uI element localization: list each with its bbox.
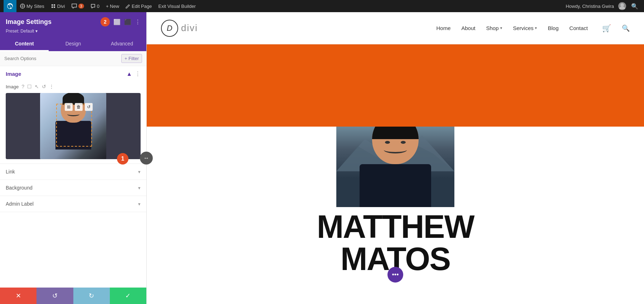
wp-logo-button[interactable] [4, 0, 16, 12]
edit-page-button[interactable]: Edit Page [123, 0, 155, 12]
new-button[interactable]: + New [103, 0, 122, 12]
tab-design[interactable]: Design [49, 37, 97, 51]
site-nav-links: Home About Shop ▾ Services ▾ Blog Contac… [436, 24, 630, 33]
background-section-label: Background [6, 185, 33, 191]
exit-builder-button[interactable]: Exit Visual Builder [155, 0, 199, 12]
site-preview: D divi Home About Shop ▾ Services ▾ Blog… [147, 12, 644, 304]
preset-label: Preset: Default [6, 29, 34, 34]
name-display: MATTHEW MATOS [317, 211, 474, 275]
admin-bar-left: My Sites Divi 3 0 + New Edit Page Exit V… [4, 0, 566, 12]
right-eye [401, 141, 406, 144]
my-sites-button[interactable]: My Sites [17, 0, 47, 12]
svg-rect-3 [52, 4, 53, 6]
panel-content: Image ▲ ⋮ Image ? ☐ ↖ ↺ ⋮ [0, 66, 146, 288]
search-icon[interactable]: 🔍 [622, 24, 630, 32]
svg-point-7 [620, 3, 624, 7]
more-options-icon[interactable]: ⋮ [135, 19, 141, 25]
admin-label-section[interactable]: Admin Label ▾ [0, 196, 146, 212]
link-chevron-icon: ▾ [138, 169, 141, 175]
site-logo: D divi [161, 20, 198, 37]
floating-more-button[interactable]: ••• [387, 267, 403, 283]
panel-resize-handle[interactable]: ↔ [140, 152, 153, 165]
nav-home[interactable]: Home [436, 25, 450, 31]
profile-image [336, 127, 454, 207]
image-preview: ⊞ 🗑 ↺ [40, 93, 106, 159]
wp-admin-bar: My Sites Divi 3 0 + New Edit Page Exit V… [0, 0, 644, 12]
image-selection-controls: ⊞ 🗑 ↺ [65, 103, 93, 111]
user-avatar[interactable] [618, 2, 626, 10]
preset-dropdown[interactable]: ▾ [35, 29, 38, 34]
content-area: MATTHEW MATOS ••• [147, 127, 644, 304]
panel-header: Image Settings 2 ⬜ ⬛ ⋮ Preset: Default ▾ [0, 12, 146, 37]
section-more-icon[interactable]: ⋮ [135, 70, 141, 77]
tab-advanced[interactable]: Advanced [98, 37, 146, 51]
hero-section [147, 44, 644, 127]
panel-search-bar: + Filter [0, 51, 146, 66]
svg-rect-6 [54, 6, 55, 8]
main-area: Image Settings 2 ⬜ ⬛ ⋮ Preset: Default ▾… [0, 12, 644, 304]
logo-text: divi [181, 23, 198, 34]
cursor-icon[interactable]: ↖ [35, 84, 39, 89]
filter-button[interactable]: + Filter [121, 54, 142, 63]
profile-body [360, 164, 431, 207]
svg-rect-4 [54, 4, 55, 6]
nav-blog[interactable]: Blog [548, 25, 558, 31]
profile-eyes [385, 141, 406, 144]
link-section[interactable]: Link ▾ [0, 164, 146, 180]
link-section-label: Link [6, 169, 15, 175]
nav-shop[interactable]: Shop ▾ [486, 25, 502, 31]
comments-button[interactable]: 3 [69, 0, 87, 12]
profile-head [372, 127, 419, 164]
left-eye [385, 141, 390, 144]
nav-services[interactable]: Services ▾ [513, 25, 537, 31]
search-input[interactable] [4, 56, 121, 61]
svg-rect-5 [52, 6, 53, 8]
shop-chevron: ▾ [500, 26, 502, 30]
image-section: Image ▲ ⋮ Image ? ☐ ↖ ↺ ⋮ [0, 66, 146, 164]
collapse-icon[interactable]: ▲ [126, 71, 132, 77]
step-badge-1: 1 [117, 153, 128, 165]
reset-image-icon[interactable]: ↺ [85, 103, 93, 111]
background-chevron-icon: ▾ [138, 185, 141, 191]
site-navbar: D divi Home About Shop ▾ Services ▾ Blog… [147, 12, 644, 44]
reset-icon[interactable]: ↺ [42, 84, 46, 89]
profile-hair [372, 127, 419, 139]
panel-bottom-buttons: ✕ ↺ ↻ ✓ [0, 288, 146, 304]
divi-button[interactable]: Divi [48, 0, 68, 12]
maximize-icon[interactable]: ⬜ [113, 19, 121, 25]
admin-search-icon[interactable]: 🔍 [629, 3, 640, 10]
logo-circle: D [161, 20, 178, 37]
panel-title: Image Settings [6, 18, 52, 26]
cancel-button[interactable]: ✕ [0, 288, 36, 304]
comments-count[interactable]: 0 [88, 0, 102, 12]
image-upload-area[interactable]: ⊞ 🗑 ↺ [6, 93, 141, 159]
profile-person [360, 127, 431, 207]
nav-about[interactable]: About [461, 25, 475, 31]
save-button[interactable]: ✓ [110, 288, 146, 304]
cart-icon[interactable]: 🛒 [602, 24, 611, 33]
help-icon[interactable]: ? [21, 84, 24, 89]
image-field-label: Image [6, 84, 19, 89]
nav-contact[interactable]: Contact [569, 25, 588, 31]
columns-icon[interactable]: ⬛ [124, 19, 131, 25]
mobile-preview-icon[interactable]: ☐ [27, 84, 32, 89]
image-field-row: Image ? ☐ ↖ ↺ ⋮ [0, 82, 146, 92]
settings-panel: Image Settings 2 ⬜ ⬛ ⋮ Preset: Default ▾… [0, 12, 147, 304]
redo-button[interactable]: ↻ [73, 288, 110, 304]
tab-content[interactable]: Content [0, 37, 49, 51]
crop-icon[interactable]: ⊞ [65, 103, 73, 111]
background-section[interactable]: Background ▾ [0, 180, 146, 196]
profile-smile [384, 146, 407, 153]
image-section-header[interactable]: Image ▲ ⋮ [0, 66, 146, 82]
undo-button[interactable]: ↺ [36, 288, 73, 304]
admin-label-section-label: Admin Label [6, 201, 34, 207]
more-field-icon[interactable]: ⋮ [49, 84, 54, 89]
profile-image-container [336, 127, 454, 207]
image-section-title: Image [6, 71, 21, 77]
step-badge-2: 2 [101, 17, 110, 26]
delete-image-icon[interactable]: 🗑 [75, 103, 83, 111]
admin-bar-right: Howdy, Christina Gwira 🔍 [566, 2, 640, 10]
admin-label-chevron-icon: ▾ [138, 201, 141, 207]
panel-tabs: Content Design Advanced [0, 37, 146, 51]
name-line-1: MATTHEW [317, 211, 474, 243]
